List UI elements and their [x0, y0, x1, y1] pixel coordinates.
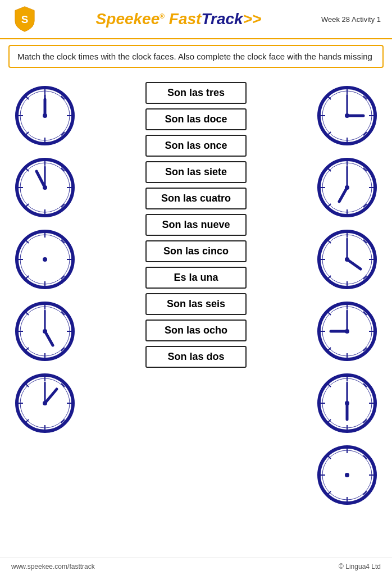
clock-right-6-blank: [316, 444, 378, 506]
clock-right-2: [316, 157, 378, 218]
footer-copyright: © Lingua4 Ltd: [339, 563, 381, 571]
clocks-right-column: [308, 79, 386, 506]
clock-left-1: [14, 85, 76, 147]
label-son-las-seis: Son las seis: [145, 293, 247, 315]
clock-right-3: [316, 229, 378, 290]
clock-left-3-blank: [14, 229, 76, 290]
svg-text:S: S: [21, 13, 29, 25]
footer: www.speekee.com/fasttrack © Lingua4 Ltd: [0, 558, 392, 575]
label-son-las-doce: Son las doce: [145, 108, 247, 130]
clock-right-1: [316, 85, 378, 147]
label-son-las-cinco: Son las cinco: [145, 240, 247, 262]
clock-left-4: [14, 300, 76, 362]
main-content: Son las tres Son las doce Son las once S…: [0, 74, 392, 512]
svg-point-37: [43, 257, 47, 262]
brand-title: Speekee® FastTrack>>: [38, 10, 319, 28]
svg-point-76: [345, 113, 349, 118]
speekee-logo: S: [11, 6, 38, 33]
labels-center-column: Son las tres Son las doce Son las once S…: [87, 79, 305, 368]
clocks-left-column: [6, 79, 84, 434]
svg-point-139: [345, 473, 349, 477]
svg-point-89: [345, 185, 349, 190]
clock-right-5: [316, 372, 378, 434]
svg-point-63: [43, 401, 47, 405]
svg-point-50: [43, 329, 47, 334]
label-es-la-una: Es la una: [145, 267, 247, 289]
label-son-las-nueve: Son las nueve: [145, 214, 247, 236]
clock-left-2: [14, 157, 76, 218]
instruction-box: Match the clock times with the clock fac…: [8, 45, 384, 68]
label-son-las-once: Son las once: [145, 135, 247, 157]
svg-point-26: [43, 185, 47, 190]
week-info: Week 28 Activity 1: [319, 15, 381, 24]
svg-point-115: [345, 329, 349, 334]
label-son-las-siete: Son las siete: [145, 161, 247, 183]
svg-point-128: [345, 401, 349, 405]
footer-url: www.speekee.com/fasttrack: [11, 563, 95, 571]
label-son-las-cuatro: Son las cuatro: [145, 188, 247, 209]
clock-right-4: [316, 300, 378, 362]
label-son-las-dos: Son las dos: [145, 346, 247, 368]
label-son-las-ocho: Son las ocho: [145, 320, 247, 341]
label-son-las-tres: Son las tres: [145, 82, 247, 104]
clock-left-5: [14, 372, 76, 434]
svg-point-102: [345, 257, 349, 262]
header: S Speekee® FastTrack>> Week 28 Activity …: [0, 0, 392, 39]
svg-point-13: [43, 113, 47, 118]
